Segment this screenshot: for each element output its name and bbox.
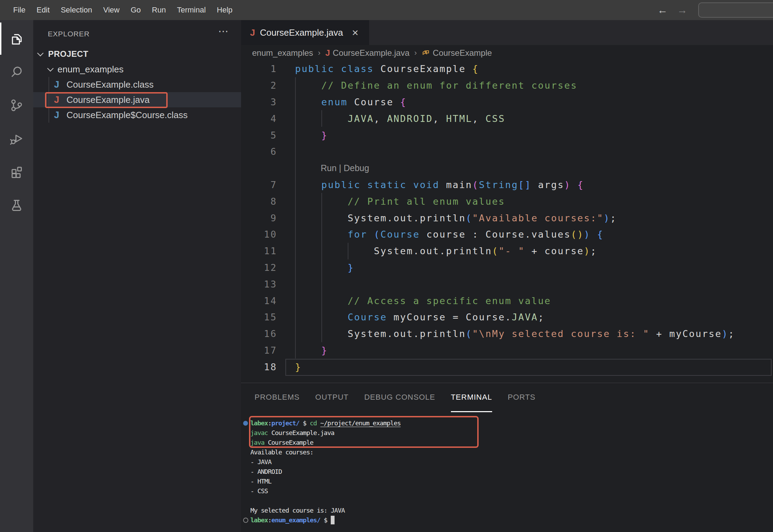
code-line-10: 10 for (Course course : Course.values())… — [241, 226, 773, 243]
breadcrumb: enum_examples›JCourseExample.java›Course… — [241, 45, 773, 61]
line-number: 8 — [241, 196, 277, 207]
tree-item-courseexample-java[interactable]: JCourseExample.java — [33, 92, 241, 107]
code-line-4: 4 JAVA, ANDROID, HTML, CSS — [241, 110, 773, 127]
file-label: CourseExample.class — [66, 79, 153, 90]
forward-arrow[interactable]: → — [677, 0, 687, 20]
line-number: 17 — [241, 345, 277, 356]
line-number: 11 — [241, 246, 277, 256]
tab-courseexample-java[interactable]: J CourseExample.java × — [241, 20, 369, 45]
tree-item-courseexample-class[interactable]: JCourseExample.class — [33, 77, 241, 92]
menu-items: FileEditSelectionViewGoRunTerminalHelp — [8, 0, 238, 20]
panel-tab-ports[interactable]: PORTS — [508, 383, 535, 412]
code-text: for (Course course : Course.values()) { — [277, 229, 604, 240]
terminal-line: Available courses: — [241, 447, 773, 457]
breadcrumb-label: CourseExample.java — [333, 48, 409, 58]
code-text: JAVA, ANDROID, HTML, CSS — [277, 113, 505, 124]
line-number: 1 — [241, 63, 277, 74]
line-number: 16 — [241, 328, 277, 339]
code-line-7: 7 public static void main(String[] args)… — [241, 177, 773, 193]
menu-item-run[interactable]: Run — [146, 6, 171, 15]
tree-item-enum-examples[interactable]: enum_examples — [33, 62, 241, 77]
breadcrumb-item-courseexample[interactable]: CourseExample — [422, 48, 492, 58]
line-number: 5 — [241, 130, 277, 141]
code-line-9: 9 System.out.println("Available courses:… — [241, 210, 773, 226]
terminal-line: labex:project/ $ cd ~/project/enum_examp… — [241, 418, 773, 428]
chevron-down-icon — [37, 50, 43, 56]
menu-item-view[interactable]: View — [98, 6, 125, 15]
source-control-icon[interactable] — [0, 89, 33, 122]
code-line-5: 5 } — [241, 127, 773, 143]
explorer-header: EXPLORER ⋯ — [33, 26, 241, 42]
java-file-icon: J — [54, 79, 64, 90]
code-text: } — [277, 262, 354, 273]
code-line-16: 16 System.out.println("\nMy selected cou… — [241, 326, 773, 342]
code-text: // Access a specific enum value — [277, 295, 551, 306]
files-icon[interactable] — [0, 22, 33, 55]
code-line-2: 2 // Define an enum for different course… — [241, 77, 773, 94]
menu-item-file[interactable]: File — [8, 6, 31, 15]
line-number: 6 — [241, 146, 277, 157]
more-actions-icon[interactable]: ⋯ — [218, 25, 229, 37]
code-text: // Print all enum values — [277, 196, 505, 207]
menu-item-edit[interactable]: Edit — [31, 6, 55, 15]
line-number: 18 — [241, 362, 277, 372]
file-label: CourseExample.java — [66, 95, 150, 105]
line-number: 7 — [241, 179, 277, 190]
panel-tab-terminal[interactable]: TERMINAL — [451, 383, 492, 412]
code-line-17: 17 } — [241, 342, 773, 359]
terminal-line — [241, 496, 773, 506]
terminal-line: javac CourseExample.java — [241, 428, 773, 438]
testing-icon[interactable] — [0, 188, 33, 222]
menu-item-go[interactable]: Go — [125, 6, 146, 15]
line-number: 12 — [241, 262, 277, 273]
code-text: System.out.println("\nMy selected course… — [277, 328, 735, 339]
back-arrow[interactable]: ← — [657, 0, 668, 20]
code-line-6: 6 — [241, 143, 773, 160]
command-center-searchbox[interactable] — [698, 2, 773, 18]
tree-item-courseexample-course-class[interactable]: JCourseExample$Course.class — [33, 107, 241, 123]
breadcrumb-label: CourseExample — [433, 48, 492, 58]
breadcrumb-item-enum-examples[interactable]: enum_examples — [252, 48, 313, 58]
code-text: enum Course { — [277, 97, 407, 107]
code-text: System.out.println("- " + course); — [277, 246, 597, 256]
code-text: public class CourseExample { — [277, 63, 479, 74]
folder-label: enum_examples — [57, 64, 124, 75]
editor-group: J CourseExample.java × enum_examples›JCo… — [241, 20, 773, 532]
panel-tab-debug-console[interactable]: DEBUG CONSOLE — [364, 383, 435, 412]
menu-bar: FileEditSelectionViewGoRunTerminalHelp ←… — [0, 0, 773, 20]
code-line-1: 1public class CourseExample { — [241, 61, 773, 77]
code-line-12: 12 } — [241, 259, 773, 276]
search-icon[interactable] — [0, 55, 33, 89]
command-decoration-icon — [243, 518, 248, 523]
activity-bar — [0, 20, 33, 532]
terminal-line: - ANDROID — [241, 467, 773, 477]
extensions-icon[interactable] — [0, 155, 33, 188]
breadcrumb-item-courseexample-java[interactable]: JCourseExample.java — [325, 48, 409, 58]
codelens-run-debug[interactable]: Run | Debug — [241, 160, 773, 177]
line-number: 13 — [241, 279, 277, 290]
code-line-18: 18} — [241, 358, 773, 375]
code-editor[interactable]: 1public class CourseExample {2 // Define… — [241, 61, 773, 383]
menu-item-terminal[interactable]: Terminal — [171, 6, 211, 15]
run-debug-icon[interactable] — [0, 122, 33, 155]
explorer-title: EXPLORER — [48, 30, 90, 38]
terminal[interactable]: labex:project/ $ cd ~/project/enum_examp… — [241, 412, 773, 532]
class-symbol-icon — [422, 49, 433, 57]
menu-item-selection[interactable]: Selection — [55, 6, 98, 15]
code-line-3: 3 enum Course { — [241, 94, 773, 110]
explorer-sidebar: EXPLORER ⋯ PROJECT enum_examplesJCourseE… — [33, 20, 241, 532]
panel-tab-output[interactable]: OUTPUT — [315, 383, 348, 412]
menu-item-help[interactable]: Help — [211, 6, 238, 15]
chevron-down-icon — [47, 65, 53, 71]
vscode-window: FileEditSelectionViewGoRunTerminalHelp ←… — [0, 0, 773, 532]
close-icon[interactable]: × — [352, 27, 358, 38]
code-text: System.out.println("Available courses:")… — [277, 213, 617, 223]
panel-tab-bar: PROBLEMSOUTPUTDEBUG CONSOLETERMINALPORTS — [241, 383, 773, 413]
code-line-13: 13 — [241, 276, 773, 292]
editor-tab-strip: J CourseExample.java × — [241, 20, 773, 45]
sidebar-section-project[interactable]: PROJECT — [33, 46, 241, 62]
tab-label: CourseExample.java — [260, 27, 343, 38]
panel-tab-problems[interactable]: PROBLEMS — [255, 383, 300, 412]
terminal-line: java CourseExample — [241, 438, 773, 447]
code-line-15: 15 Course myCourse = Course.JAVA; — [241, 309, 773, 326]
